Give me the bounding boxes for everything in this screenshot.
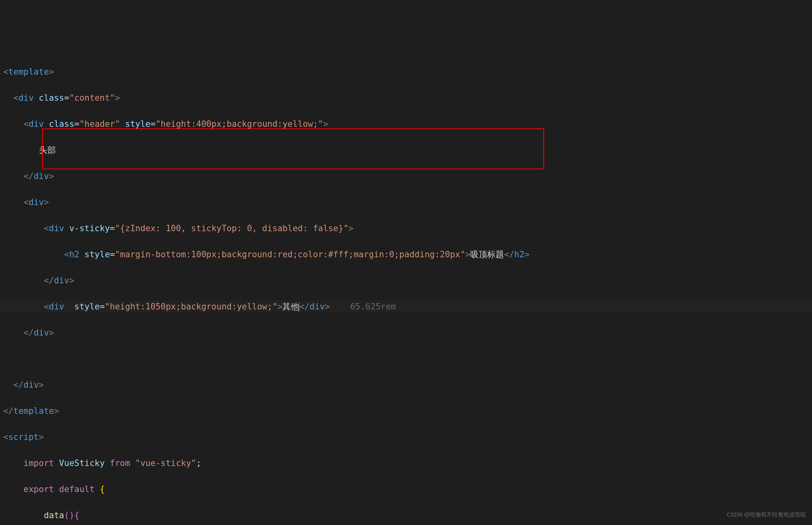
code-line[interactable]: <div class="header" style="height:400px;… xyxy=(0,118,812,131)
equals: = xyxy=(74,119,80,129)
attr: v-sticky xyxy=(69,224,110,233)
tag-name: div xyxy=(18,93,34,103)
tag-name: div xyxy=(49,224,64,233)
code-line[interactable]: <div> xyxy=(0,196,812,209)
code-line[interactable]: <script> xyxy=(0,431,812,444)
text: 吸顶标题 xyxy=(470,250,504,259)
bracket: > xyxy=(39,380,44,390)
brace: { xyxy=(74,511,80,520)
code-line[interactable]: <div style="height:1050px;background:yel… xyxy=(0,300,812,313)
attr-value: "header" xyxy=(80,119,120,129)
tag-name: div xyxy=(34,171,49,181)
function: data xyxy=(44,511,64,520)
equals: = xyxy=(110,250,115,259)
keyword: from xyxy=(110,458,131,468)
code-line[interactable]: </div> xyxy=(0,378,812,392)
equals: = xyxy=(110,224,115,233)
keyword: default xyxy=(59,484,95,494)
attr: class xyxy=(39,93,64,103)
code-line[interactable]: </div> xyxy=(0,326,812,340)
tag-name: template xyxy=(13,406,54,416)
tag-name: h2 xyxy=(69,250,79,259)
paren: () xyxy=(64,511,74,520)
code-line[interactable]: <div v-sticky="{zIndex: 100, stickyTop: … xyxy=(0,222,812,235)
equals: = xyxy=(151,119,156,129)
bracket: < xyxy=(44,302,49,311)
bracket: > xyxy=(524,250,530,259)
tag-name: div xyxy=(29,119,44,129)
keyword: import xyxy=(24,458,54,468)
bracket: </ xyxy=(44,276,54,285)
text: 其他 xyxy=(282,302,299,311)
code-line[interactable]: </template> xyxy=(0,405,812,418)
code-line[interactable]: <h2 style="margin-bottom:100px;backgroun… xyxy=(0,248,812,261)
bracket: </ xyxy=(24,171,34,181)
watermark: CSDN @吃葡萄不吐葡萄皮嘻嘻 xyxy=(726,508,806,521)
bracket: > xyxy=(465,250,471,259)
tag-name: div xyxy=(54,276,69,285)
attr-value: "height:400px;background:yellow;" xyxy=(155,119,323,129)
bracket: > xyxy=(49,328,54,338)
bracket: </ xyxy=(504,250,514,259)
keyword: export xyxy=(24,484,54,494)
bracket: > xyxy=(49,171,54,181)
text: 头部 xyxy=(39,145,56,155)
bracket: > xyxy=(323,119,328,129)
bracket: </ xyxy=(3,406,13,416)
attr-value: "{zIndex: 100, stickyTop: 0, disabled: f… xyxy=(115,224,349,233)
tag-name: h2 xyxy=(514,250,524,259)
tag-name: template xyxy=(8,67,49,77)
brace: { xyxy=(100,484,105,494)
tag-name: div xyxy=(34,328,49,338)
code-line[interactable]: <template> xyxy=(0,65,812,79)
code-line[interactable]: export default { xyxy=(0,483,812,496)
bracket: > xyxy=(39,432,44,442)
punct: ; xyxy=(196,458,202,468)
attr-value: "content" xyxy=(69,93,115,103)
tag-name: div xyxy=(310,302,325,311)
bracket: < xyxy=(24,197,29,207)
attr-value: "margin-bottom:100px;background:red;colo… xyxy=(115,250,465,259)
tag-name: script xyxy=(8,432,39,442)
variable: VueSticky xyxy=(59,458,105,468)
bracket: < xyxy=(3,67,8,77)
code-line[interactable]: <div class="content"> xyxy=(0,92,812,105)
equals: = xyxy=(100,302,105,311)
code-line[interactable]: import VueSticky from "vue-sticky"; xyxy=(0,457,812,470)
bracket: </ xyxy=(24,328,34,338)
inlay-hint: 65.625rem xyxy=(350,302,396,311)
code-line[interactable]: </div> xyxy=(0,170,812,183)
bracket: < xyxy=(24,119,29,129)
code-line[interactable]: </div> xyxy=(0,274,812,287)
bracket: < xyxy=(13,93,18,103)
attr: style xyxy=(74,302,100,311)
attr: style xyxy=(84,250,110,259)
bracket: > xyxy=(49,67,54,77)
bracket: < xyxy=(44,224,49,233)
attr: class xyxy=(49,119,74,129)
bracket: > xyxy=(69,276,74,285)
tag-name: div xyxy=(24,380,39,390)
code-line[interactable]: 头部 xyxy=(0,144,812,157)
bracket: > xyxy=(277,302,283,311)
bracket: </ xyxy=(13,380,23,390)
tag-name: div xyxy=(49,302,64,311)
equals: = xyxy=(64,93,69,103)
bracket: < xyxy=(64,250,69,259)
code-line[interactable]: data(){ xyxy=(0,509,812,522)
bracket: > xyxy=(349,224,354,233)
bracket: </ xyxy=(299,302,309,311)
code-line[interactable] xyxy=(0,352,812,366)
code-editor[interactable]: <template> <div class="content"> <div cl… xyxy=(0,52,812,525)
tag-name: div xyxy=(29,197,44,207)
bracket: > xyxy=(44,197,49,207)
bracket: > xyxy=(325,302,330,311)
attr-value: "height:1050px;background:yellow;" xyxy=(105,302,277,311)
bracket: > xyxy=(115,93,120,103)
bracket: < xyxy=(3,432,8,442)
bracket: > xyxy=(54,406,59,416)
attr: style xyxy=(125,119,151,129)
string: "vue-sticky" xyxy=(135,458,196,468)
